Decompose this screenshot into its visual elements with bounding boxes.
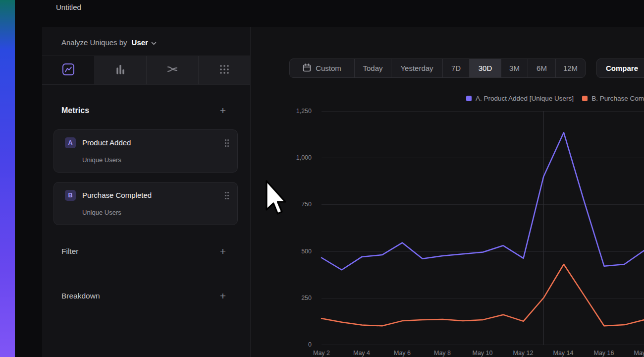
legend-label-b: B. Purchase Completed [Unique Users] bbox=[591, 95, 644, 102]
tab-grid[interactable] bbox=[198, 56, 250, 84]
metrics-heading: Metrics bbox=[61, 106, 89, 115]
tab-line-chart[interactable] bbox=[42, 56, 94, 84]
metric-title: Purchase Completed bbox=[82, 191, 152, 199]
x-axis-label: May 18 bbox=[628, 350, 644, 357]
metric-badge-a: A bbox=[65, 137, 76, 148]
range-custom-button[interactable]: Custom bbox=[290, 59, 354, 77]
range-7d-button[interactable]: 7D bbox=[442, 59, 469, 77]
x-axis-label: May 2 bbox=[306, 350, 337, 357]
legend-swatch-b bbox=[582, 96, 588, 101]
metric-subtitle: Unique Users bbox=[82, 209, 121, 216]
legend-label-a: A. Product Added [Unique Users] bbox=[476, 95, 574, 102]
sidebar: Analyze Uniques by User bbox=[42, 27, 250, 357]
filter-section-header: Filter + bbox=[61, 246, 226, 256]
brand-gradient-strip bbox=[0, 0, 15, 357]
x-axis-label: May 8 bbox=[427, 350, 458, 357]
x-axis-label: May 10 bbox=[467, 350, 498, 357]
legend-item-b[interactable]: B. Purchase Completed [Unique Users] bbox=[582, 95, 644, 102]
chart-type-tabs bbox=[42, 56, 250, 84]
add-filter-button[interactable]: + bbox=[220, 246, 226, 256]
date-range-segmented-control: Custom Today Yesterday 7D 30D 3M 6M 12M bbox=[289, 59, 586, 78]
x-axis-label: May 16 bbox=[588, 350, 620, 357]
tab-bar-chart[interactable] bbox=[94, 56, 146, 84]
x-axis-label: May 6 bbox=[386, 350, 418, 357]
analyze-by-dropdown[interactable]: User bbox=[132, 37, 157, 47]
chart-legend: A. Product Added [Unique Users] B. Purch… bbox=[466, 95, 644, 102]
add-breakdown-button[interactable]: + bbox=[220, 291, 226, 301]
breakdown-section-header: Breakdown + bbox=[61, 291, 226, 301]
tab-flow[interactable] bbox=[146, 56, 198, 84]
metric-title: Product Added bbox=[82, 138, 131, 147]
range-today-button[interactable]: Today bbox=[354, 59, 391, 77]
range-yesterday-button[interactable]: Yesterday bbox=[391, 59, 442, 77]
y-axis-label: 750 bbox=[270, 201, 312, 208]
report-title: Untitled bbox=[56, 3, 81, 11]
y-axis-label: 1,000 bbox=[270, 154, 312, 161]
range-12m-button[interactable]: 12M bbox=[555, 59, 585, 77]
legend-item-a[interactable]: A. Product Added [Unique Users] bbox=[466, 95, 574, 102]
chart-panel: Custom Today Yesterday 7D 30D 3M 6M 12M … bbox=[250, 27, 644, 357]
x-axis-label: May 12 bbox=[507, 350, 539, 357]
drag-handle-icon[interactable] bbox=[224, 191, 229, 202]
breakdown-heading: Breakdown bbox=[61, 292, 100, 300]
range-30d-button[interactable]: 30D bbox=[469, 59, 501, 77]
range-3m-button[interactable]: 3M bbox=[501, 59, 528, 77]
gridline bbox=[322, 345, 644, 345]
metrics-section-header: Metrics + bbox=[61, 106, 226, 116]
legend-swatch-a bbox=[466, 96, 472, 101]
app-window: Untitled Analyze Uniques by User bbox=[0, 0, 644, 357]
line-chart-icon bbox=[62, 63, 75, 78]
chevron-down-icon bbox=[151, 38, 157, 47]
drag-handle-icon[interactable] bbox=[224, 139, 229, 149]
y-axis-label: 500 bbox=[270, 248, 312, 255]
metric-card-b[interactable]: B Purchase Completed Unique Users bbox=[54, 182, 238, 225]
add-metric-button[interactable]: + bbox=[220, 106, 226, 116]
y-axis-label: 0 bbox=[270, 341, 312, 348]
calendar-icon bbox=[303, 63, 311, 73]
analyze-by-value: User bbox=[132, 38, 148, 47]
analyze-by-row: Analyze Uniques by User bbox=[61, 36, 157, 48]
range-6m-button[interactable]: 6M bbox=[528, 59, 555, 77]
top-bar: Untitled bbox=[42, 0, 644, 27]
chart-lines[interactable] bbox=[322, 111, 644, 345]
y-axis-label: 250 bbox=[270, 295, 312, 301]
bar-chart-icon bbox=[114, 63, 127, 78]
metric-subtitle: Unique Users bbox=[82, 156, 121, 164]
x-axis-label: May 14 bbox=[547, 350, 579, 357]
filter-heading: Filter bbox=[61, 247, 78, 256]
compare-button[interactable]: Compare bbox=[596, 59, 644, 78]
y-axis-label: 1,250 bbox=[270, 108, 312, 115]
metric-badge-b: B bbox=[65, 190, 76, 201]
range-custom-label: Custom bbox=[316, 64, 341, 72]
metric-card-a[interactable]: A Product Added Unique Users bbox=[54, 129, 238, 173]
grid-dots-icon bbox=[218, 63, 230, 77]
x-axis-label: May 4 bbox=[346, 350, 377, 357]
flow-icon bbox=[166, 63, 179, 78]
analyze-by-label: Analyze Uniques by bbox=[61, 38, 127, 47]
divider bbox=[42, 84, 250, 85]
